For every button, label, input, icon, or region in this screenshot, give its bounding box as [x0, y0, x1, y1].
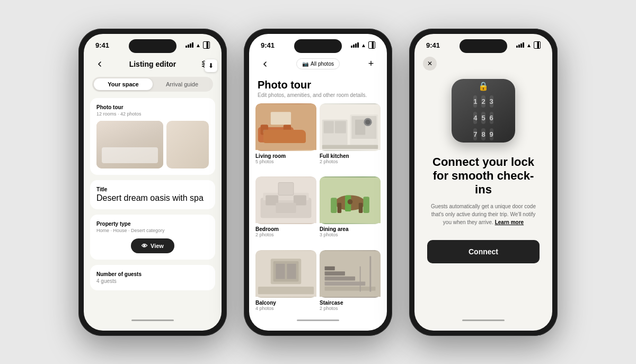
key-7: 7	[473, 128, 477, 140]
room-item-balcony[interactable]: Balcony 4 photos	[255, 250, 316, 321]
svg-rect-15	[324, 121, 334, 133]
learn-more-link[interactable]: Learn more	[495, 219, 524, 225]
battery-icon-3: ▐	[534, 41, 541, 49]
key-8: 8	[481, 128, 485, 140]
bedroom-image-2	[255, 176, 316, 224]
kitchen-room-name: Full kitchen	[320, 153, 381, 159]
wifi-icon-1: ▲	[196, 42, 201, 48]
dynamic-island-1	[129, 39, 176, 53]
svg-rect-34	[331, 198, 337, 213]
connect-button[interactable]: Connect	[427, 240, 540, 263]
key-4: 4	[473, 112, 477, 124]
property-label: Property type	[96, 221, 209, 227]
status-time-3: 9:41	[426, 41, 440, 49]
svg-rect-43	[258, 287, 314, 294]
room-item-stairs[interactable]: Staircase 2 photos	[320, 250, 381, 321]
photo-tour-label: Photo tour	[96, 104, 209, 110]
photo-main	[96, 121, 163, 168]
photo-thumbnail	[166, 121, 209, 168]
svg-rect-16	[335, 121, 346, 133]
battery-icon-2: ▐	[368, 41, 375, 49]
photo-tour-header: 📷 All photos +	[249, 52, 387, 75]
room-item-dining[interactable]: Dining area 3 photos	[320, 176, 381, 247]
guests-card[interactable]: Number of guests 4 guests	[90, 265, 215, 290]
photo-tour-subtitle: Edit photos, amenities, and other room d…	[249, 92, 387, 103]
svg-rect-20	[322, 145, 378, 149]
home-indicator-2	[297, 319, 339, 321]
bedroom-image	[96, 121, 163, 168]
battery-icon-1: ▐	[203, 41, 210, 49]
dynamic-island-3	[460, 39, 507, 53]
key-1: 1	[473, 95, 477, 108]
lock-icon: 🔒	[478, 81, 489, 91]
wifi-icon-3: ▲	[526, 42, 532, 48]
phone-2-screen: 9:41 ▲ ▐ 📷 All photos	[249, 34, 387, 331]
signal-icon-1	[186, 42, 193, 48]
lock-description: Guests automatically get a unique door c…	[427, 202, 540, 226]
svg-rect-48	[325, 271, 345, 276]
svg-rect-28	[276, 203, 296, 213]
status-icons-1: ▲ ▐	[186, 41, 210, 49]
back-button-2[interactable]	[258, 57, 272, 72]
phone-2: 9:41 ▲ ▐ 📷 All photos	[244, 29, 392, 336]
key-6: 6	[490, 112, 493, 124]
svg-rect-8	[261, 125, 268, 135]
svg-rect-32	[338, 203, 342, 213]
balcony-room-name: Balcony	[255, 300, 316, 306]
home-indicator-1	[131, 319, 174, 321]
tab-group: Your space Arrival guide	[92, 77, 213, 92]
property-type-card[interactable]: Property type Home · House · Desert cate…	[90, 215, 215, 260]
svg-point-22	[365, 119, 370, 125]
lock-keypad: 1 2 3 4 5 6 7 8 9	[467, 95, 500, 140]
photo-tour-card[interactable]: Photo tour 12 rooms · 42 photos	[90, 98, 215, 175]
room-item-living[interactable]: Living room 5 photos	[255, 103, 316, 174]
svg-rect-49	[325, 266, 335, 270]
kitchen-image	[320, 103, 381, 151]
all-photos-button[interactable]: 📷 All photos	[296, 58, 340, 69]
phone-3: 9:41 ▲ ▐ ✕ 🔒 1 2 3 4	[409, 29, 558, 336]
room-item-bedroom[interactable]: Bedroom 2 photos	[255, 176, 316, 247]
close-button[interactable]: ✕	[423, 57, 437, 70]
key-9: 9	[490, 128, 493, 140]
key-3: 3	[490, 95, 493, 108]
title-label: Title	[96, 187, 209, 192]
photo-preview	[96, 121, 209, 168]
status-time-2: 9:41	[261, 41, 275, 49]
tab-arrival-guide[interactable]: Arrival guide	[153, 78, 211, 90]
lock-screen-header: ✕	[414, 52, 552, 74]
stairs-room-name: Staircase	[320, 300, 381, 306]
guests-label: Number of guests	[96, 271, 209, 277]
back-button-1[interactable]	[92, 57, 107, 72]
download-badge[interactable]: ⬇	[205, 59, 217, 72]
view-button[interactable]: 👁 View	[131, 238, 174, 253]
phone-1: 9:41 ▲ ▐ ⬇ Listing editor	[78, 29, 227, 336]
svg-rect-41	[276, 264, 285, 279]
living-room-count: 5 photos	[255, 159, 316, 164]
title-card[interactable]: Title Desert dream oasis with spa	[90, 180, 215, 209]
phone-3-screen: 9:41 ▲ ▐ ✕ 🔒 1 2 3 4	[414, 34, 552, 331]
svg-rect-35	[363, 197, 369, 213]
status-icons-3: ▲ ▐	[516, 41, 541, 49]
dynamic-island-2	[294, 39, 342, 53]
camera-icon: 📷	[302, 61, 308, 67]
room-item-kitchen[interactable]: Full kitchen 2 photos	[320, 103, 381, 174]
svg-rect-11	[266, 136, 296, 141]
key-2: 2	[481, 95, 485, 108]
all-photos-label: All photos	[311, 61, 334, 67]
bedroom-room-name: Bedroom	[255, 226, 316, 232]
lock-content: Connect your lock for smooth check-ins G…	[414, 151, 552, 268]
phone-1-screen: 9:41 ▲ ▐ ⬇ Listing editor	[84, 34, 222, 331]
living-room-name: Living room	[255, 153, 316, 159]
status-time-1: 9:41	[95, 41, 109, 49]
svg-rect-33	[359, 203, 363, 213]
svg-rect-47	[325, 277, 356, 281]
add-button[interactable]: +	[364, 57, 378, 72]
tab-your-space[interactable]: Your space	[94, 78, 153, 90]
property-value: Home · House · Desert category	[96, 228, 209, 233]
photo-grid: Living room 5 photos	[249, 103, 387, 321]
title-value: Desert dream oasis with spa	[96, 193, 209, 203]
wifi-icon-2: ▲	[361, 42, 366, 48]
kitchen-room-count: 2 photos	[320, 159, 381, 164]
stairs-image	[320, 250, 381, 298]
status-icons-2: ▲ ▐	[351, 41, 375, 49]
